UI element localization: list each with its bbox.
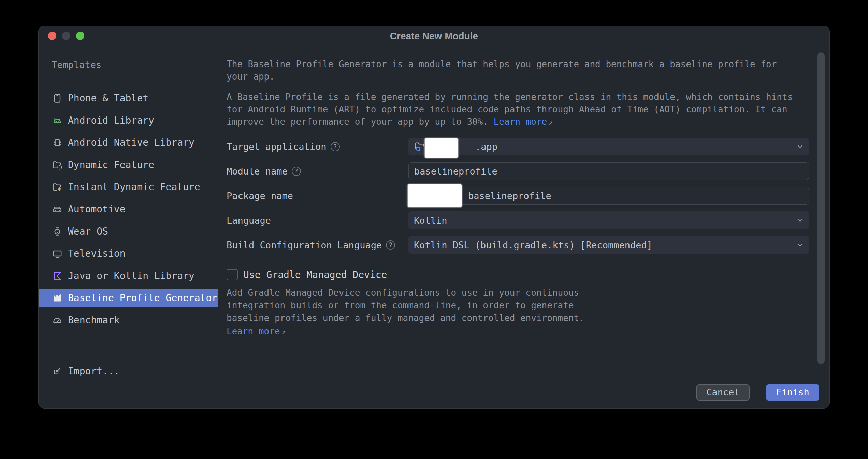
create-new-module-dialog: Create New Module Templates Phone & Tabl… xyxy=(38,26,830,409)
sidebar-item-phone-tablet[interactable]: Phone & Tablet xyxy=(39,87,218,109)
gmd-line: baseline profiles under a fully managed … xyxy=(227,312,809,324)
package-name-label: Package name xyxy=(227,191,408,201)
gmd-learn-more-row: Learn more↗ xyxy=(227,325,809,338)
sidebar-item-label: Android Library xyxy=(68,115,154,126)
gmd-line: Add Gradle Managed Device configurations… xyxy=(227,287,809,299)
target-application-row: Target application ? .app xyxy=(227,138,809,155)
chip-icon xyxy=(52,137,63,149)
chevron-down-icon xyxy=(796,142,804,151)
finish-button[interactable]: Finish xyxy=(766,384,819,401)
sidebar-item-label: Dynamic Feature xyxy=(68,159,154,170)
screen: Create New Module Templates Phone & Tabl… xyxy=(0,0,868,459)
sidebar-item-label: Wear OS xyxy=(68,226,108,237)
intro-line: your app. xyxy=(227,70,809,83)
language-label: Language xyxy=(227,215,408,226)
learn-more-link[interactable]: Learn more xyxy=(494,116,547,127)
gradle-managed-device-row: Use Gradle Managed Device xyxy=(227,268,809,281)
language-row: Language Kotlin xyxy=(227,211,809,229)
folder-dynamic-icon xyxy=(52,159,63,171)
sidebar-item-television[interactable]: Television xyxy=(39,242,218,265)
target-application-value: .app xyxy=(475,141,497,152)
sidebar-item-label: Import... xyxy=(68,365,120,377)
watch-icon xyxy=(52,226,63,237)
sidebar-item-automotive[interactable]: Automotive xyxy=(39,198,218,220)
gmd-line: integration builds or from the command-l… xyxy=(227,299,809,312)
dialog-footer: Cancel Finish xyxy=(39,376,829,408)
sidebar-item-java-kotlin-library[interactable]: Java or Kotlin Library xyxy=(39,265,218,287)
module-form: Target application ? .app xyxy=(227,138,809,254)
use-gradle-managed-device-checkbox[interactable] xyxy=(227,269,238,280)
external-link-arrow-icon: ↗ xyxy=(281,328,286,336)
about-line: for Android Runtime (ART) to optimize in… xyxy=(227,103,809,115)
sidebar-item-dynamic-feature[interactable]: Dynamic Feature xyxy=(39,154,218,176)
sidebar-item-label: Benchmark xyxy=(68,315,120,326)
about-line: improve the performance of your app by u… xyxy=(227,115,809,128)
sidebar-item-android-native-library[interactable]: Android Native Library xyxy=(39,131,218,154)
sidebar-item-instant-dynamic-feature[interactable]: Instant Dynamic Feature xyxy=(39,176,218,198)
about-line-text: improve the performance of your app by u… xyxy=(227,116,494,127)
window-title: Create New Module xyxy=(39,26,829,46)
sidebar-item-baseline-profile-generator[interactable]: Baseline Profile Generator xyxy=(39,289,218,307)
module-name-row: Module name ? baselineprofile xyxy=(227,162,809,180)
target-application-label: Target application ? xyxy=(227,141,408,152)
module-folder-icon xyxy=(414,141,425,152)
vertical-scrollbar-thumb[interactable] xyxy=(817,52,825,364)
build-configuration-language-value: Kotlin DSL (build.gradle.kts) [Recommend… xyxy=(414,240,652,250)
tv-icon xyxy=(52,248,63,260)
intro-description: The Baseline Profile Generator is a modu… xyxy=(227,58,809,83)
sidebar-item-label: Television xyxy=(68,248,126,259)
external-link-arrow-icon: ↗ xyxy=(548,118,553,126)
package-name-row: Package name baselineprofile xyxy=(227,187,809,205)
help-icon[interactable]: ? xyxy=(386,240,395,250)
sidebar-item-benchmark[interactable]: Benchmark xyxy=(39,309,218,331)
target-application-dropdown[interactable]: .app xyxy=(408,138,809,155)
help-icon[interactable]: ? xyxy=(292,167,301,176)
package-name-input[interactable]: baselineprofile xyxy=(408,187,809,205)
build-configuration-language-dropdown[interactable]: Kotlin DSL (build.gradle.kts) [Recommend… xyxy=(408,236,809,254)
phone-tablet-icon xyxy=(52,93,63,104)
chevron-down-icon xyxy=(796,216,804,224)
cancel-button[interactable]: Cancel xyxy=(696,384,750,401)
language-dropdown[interactable]: Kotlin xyxy=(408,211,809,229)
baseline-chart-icon xyxy=(52,292,63,304)
sidebar-item-label: Automotive xyxy=(68,204,126,215)
kotlin-icon xyxy=(52,270,63,282)
title-bar: Create New Module xyxy=(39,26,829,46)
template-list: Phone & Tablet Android Library xyxy=(39,87,218,331)
sidebar-item-label: Baseline Profile Generator xyxy=(68,292,217,304)
use-gradle-managed-device-label[interactable]: Use Gradle Managed Device xyxy=(243,269,387,280)
templates-sidebar: Templates Phone & Tablet xyxy=(39,46,218,376)
import-icon xyxy=(52,365,63,377)
module-name-value: baselineprofile xyxy=(414,166,497,177)
sidebar-item-label: Java or Kotlin Library xyxy=(68,270,194,281)
redaction-blob xyxy=(408,184,462,207)
module-settings-panel: The Baseline Profile Generator is a modu… xyxy=(218,46,829,376)
help-icon[interactable]: ? xyxy=(331,142,340,151)
sidebar-item-android-library[interactable]: Android Library xyxy=(39,109,218,131)
folder-bolt-icon xyxy=(52,181,63,193)
build-configuration-language-label: Build Configuration Language ? xyxy=(227,240,408,250)
android-icon xyxy=(52,115,63,126)
sidebar-header: Templates xyxy=(52,58,218,72)
gauge-icon xyxy=(52,315,63,326)
gradle-managed-device-description: Add Gradle Managed Device configurations… xyxy=(227,287,809,324)
language-value: Kotlin xyxy=(414,215,447,226)
car-icon xyxy=(52,204,63,215)
package-name-value: baselineprofile xyxy=(468,191,551,201)
module-name-input[interactable]: baselineprofile xyxy=(408,162,809,180)
sidebar-divider xyxy=(52,342,191,342)
sidebar-item-label: Instant Dynamic Feature xyxy=(68,181,200,193)
redaction-blob xyxy=(425,138,458,158)
sidebar-item-label: Phone & Tablet xyxy=(68,93,148,104)
about-line: A Baseline Profile is a file generated b… xyxy=(227,91,809,103)
learn-more-link[interactable]: Learn more xyxy=(227,326,280,336)
dialog-body: Templates Phone & Tablet xyxy=(39,46,829,376)
about-description: A Baseline Profile is a file generated b… xyxy=(227,91,809,128)
sidebar-item-wear-os[interactable]: Wear OS xyxy=(39,220,218,242)
build-configuration-language-row: Build Configuration Language ? Kotlin DS… xyxy=(227,236,809,254)
module-name-label: Module name ? xyxy=(227,166,408,177)
sidebar-item-label: Android Native Library xyxy=(68,137,194,148)
intro-line: The Baseline Profile Generator is a modu… xyxy=(227,58,809,70)
chevron-down-icon xyxy=(796,241,804,249)
